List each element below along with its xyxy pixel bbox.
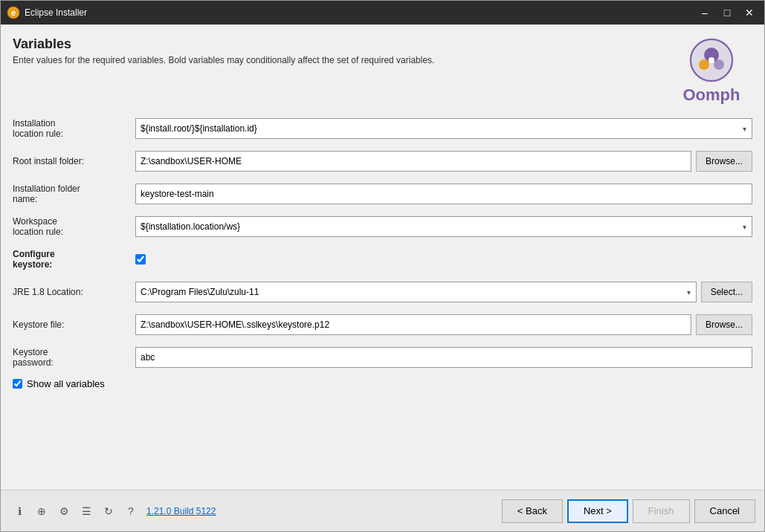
keystore-file-control: Browse... bbox=[135, 314, 752, 335]
svg-point-6 bbox=[714, 59, 724, 70]
show-all-variables-checkbox[interactable] bbox=[13, 379, 22, 389]
footer-icons: ℹ ⊕ ⚙ ☰ ↻ ? 1.21.0 Build 5122 bbox=[10, 502, 496, 521]
jre-location-select[interactable]: C:\Program Files\Zulu\zulu-11 bbox=[135, 282, 697, 302]
installation-folder-name-label: Installation foldername: bbox=[13, 184, 135, 204]
config-icon-button[interactable]: ⚙ bbox=[54, 502, 74, 521]
footer: ℹ ⊕ ⚙ ☰ ↻ ? 1.21.0 Build 5122 < Back Nex… bbox=[1, 490, 764, 531]
installation-location-rule-row: Installationlocation rule: ${install.roo… bbox=[13, 117, 752, 140]
workspace-location-rule-select[interactable]: ${installation.location/ws} bbox=[135, 216, 752, 237]
footer-buttons: < Back Next > Finish Cancel bbox=[502, 499, 755, 523]
root-install-folder-control: Browse... bbox=[135, 151, 752, 172]
title-bar: e Eclipse Installer – □ ✕ bbox=[1, 1, 764, 25]
show-all-variables-row: Show all variables bbox=[13, 378, 752, 397]
keystore-file-browse-button[interactable]: Browse... bbox=[696, 314, 752, 335]
root-install-folder-row: Root install folder: Browse... bbox=[13, 149, 752, 173]
header-text: Variables Enter values for the required … bbox=[13, 36, 671, 65]
help-icon-button[interactable]: ? bbox=[121, 502, 141, 521]
main-window: e Eclipse Installer – □ ✕ Variables Ente… bbox=[0, 0, 765, 532]
jre-location-dropdown-wrap: C:\Program Files\Zulu\zulu-11 ▾ bbox=[135, 282, 697, 302]
jre-location-control: C:\Program Files\Zulu\zulu-11 ▾ Select..… bbox=[135, 282, 752, 302]
show-all-variables-label: Show all variables bbox=[27, 378, 105, 389]
workspace-location-rule-control: ${installation.location/ws} ▾ bbox=[135, 216, 752, 237]
oomph-label: Oomph bbox=[683, 85, 740, 105]
window-controls: – □ ✕ bbox=[696, 4, 758, 22]
list-icon-button[interactable]: ☰ bbox=[77, 502, 96, 521]
page-description: Enter values for the required variables.… bbox=[13, 55, 671, 65]
jre-location-row: JRE 1.8 Location: C:\Program Files\Zulu\… bbox=[13, 280, 752, 304]
keystore-file-input[interactable] bbox=[135, 314, 691, 335]
header-area: Variables Enter values for the required … bbox=[13, 36, 752, 105]
form-area: Installationlocation rule: ${install.roo… bbox=[13, 117, 752, 490]
configure-keystore-checkbox-wrap bbox=[135, 254, 146, 265]
installation-location-rule-dropdown-wrap: ${install.root/}${installation.id} ▾ bbox=[135, 118, 752, 139]
minimize-button[interactable]: – bbox=[696, 4, 714, 22]
configure-keystore-label: Configurekeystore: bbox=[13, 249, 135, 270]
maximize-button[interactable]: □ bbox=[718, 4, 736, 22]
back-button[interactable]: < Back bbox=[502, 499, 563, 523]
keystore-file-row: Keystore file: Browse... bbox=[13, 313, 752, 337]
update-icon-button[interactable]: ↻ bbox=[99, 502, 118, 521]
svg-text:e: e bbox=[11, 8, 16, 17]
next-button[interactable]: Next > bbox=[567, 499, 628, 523]
oomph-icon bbox=[688, 36, 735, 84]
svg-point-7 bbox=[708, 57, 714, 63]
add-icon-button[interactable]: ⊕ bbox=[32, 502, 51, 521]
workspace-location-rule-label: Workspacelocation rule: bbox=[13, 216, 135, 237]
oomph-logo: Oomph bbox=[671, 36, 752, 105]
window-title: Eclipse Installer bbox=[25, 7, 696, 18]
page-title: Variables bbox=[13, 36, 671, 52]
root-install-folder-label: Root install folder: bbox=[13, 156, 135, 166]
installation-folder-name-input[interactable] bbox=[135, 184, 752, 204]
svg-point-5 bbox=[699, 59, 709, 70]
workspace-location-rule-dropdown-wrap: ${installation.location/ws} ▾ bbox=[135, 216, 752, 237]
jre-location-select-button[interactable]: Select... bbox=[701, 282, 752, 302]
installation-folder-name-control bbox=[135, 184, 752, 204]
root-install-folder-browse-button[interactable]: Browse... bbox=[696, 151, 752, 172]
keystore-password-row: Keystorepassword: bbox=[13, 346, 752, 369]
cancel-button[interactable]: Cancel bbox=[694, 499, 755, 523]
installation-folder-name-row: Installation foldername: bbox=[13, 182, 752, 206]
configure-keystore-checkbox[interactable] bbox=[135, 254, 146, 265]
keystore-password-label: Keystorepassword: bbox=[13, 347, 135, 368]
keystore-password-input[interactable] bbox=[135, 347, 752, 368]
installation-location-rule-label: Installationlocation rule: bbox=[13, 118, 135, 139]
workspace-location-rule-row: Workspacelocation rule: ${installation.l… bbox=[13, 215, 752, 239]
jre-location-label: JRE 1.8 Location: bbox=[13, 287, 135, 297]
configure-keystore-row: Configurekeystore: bbox=[13, 247, 752, 271]
keystore-password-control bbox=[135, 347, 752, 368]
finish-button[interactable]: Finish bbox=[633, 499, 690, 523]
installation-location-rule-control: ${install.root/}${installation.id} ▾ bbox=[135, 118, 752, 139]
version-link[interactable]: 1.21.0 Build 5122 bbox=[146, 506, 216, 516]
close-button[interactable]: ✕ bbox=[740, 4, 758, 22]
keystore-file-label: Keystore file: bbox=[13, 319, 135, 330]
app-icon: e bbox=[7, 6, 20, 19]
content-area: Variables Enter values for the required … bbox=[1, 25, 764, 490]
configure-keystore-control bbox=[135, 254, 752, 265]
info-icon-button[interactable]: ℹ bbox=[10, 502, 29, 521]
installation-location-rule-select[interactable]: ${install.root/}${installation.id} bbox=[135, 118, 752, 139]
root-install-folder-input[interactable] bbox=[135, 151, 691, 172]
